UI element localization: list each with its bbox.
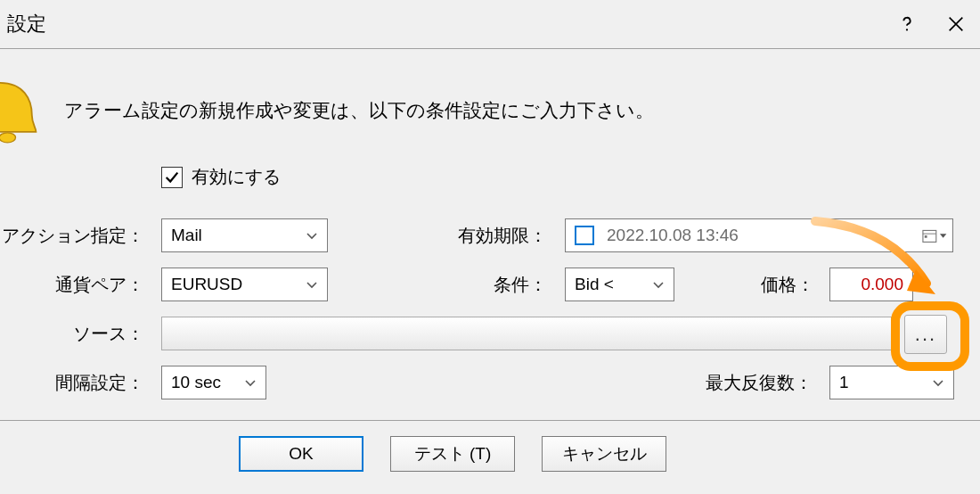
condition-label: 条件：: [356, 273, 554, 297]
action-select[interactable]: Mail: [161, 218, 328, 252]
ellipsis-icon: ...: [915, 323, 936, 346]
calendar-button[interactable]: [922, 223, 947, 248]
cancel-label: キャンセル: [562, 442, 647, 465]
help-button[interactable]: [882, 0, 931, 49]
enable-label: 有効にする: [192, 165, 281, 189]
close-icon: [946, 14, 966, 34]
dropdown-triangle-icon: [939, 231, 947, 240]
chevron-down-icon: [304, 276, 320, 292]
source-label: ソース：: [0, 322, 151, 346]
checkmark-icon: [164, 169, 180, 185]
test-label: テスト (T): [414, 442, 492, 465]
instruction-text: アラーム設定の新規作成や変更は、以下の条件設定にご入力下さい。: [64, 98, 654, 123]
ok-label: OK: [289, 444, 313, 464]
ok-button[interactable]: OK: [239, 436, 363, 472]
test-button[interactable]: テスト (T): [390, 436, 515, 472]
dialog-content: アラーム設定の新規作成や変更は、以下の条件設定にご入力下さい。 有効にする アク…: [0, 49, 980, 494]
interval-select[interactable]: 10 sec: [161, 366, 266, 399]
expiration-checkbox[interactable]: [575, 226, 594, 245]
max-iterations-select[interactable]: 1: [829, 366, 954, 399]
chevron-down-icon: [304, 227, 320, 243]
source-browse-button[interactable]: ...: [904, 315, 947, 354]
action-value: Mail: [171, 226, 202, 245]
price-input[interactable]: 0.000: [829, 268, 913, 301]
action-label: アクション指定：: [0, 224, 151, 248]
expiration-value: 2022.10.08 13:46: [607, 226, 910, 245]
help-icon: [897, 14, 917, 34]
max-iterations-value: 1: [839, 373, 849, 392]
checkbox-box: [161, 167, 183, 188]
interval-label: 間隔設定：: [0, 371, 151, 395]
titlebar: 設定: [0, 0, 980, 49]
close-button[interactable]: [931, 0, 980, 49]
cancel-button[interactable]: キャンセル: [542, 436, 666, 472]
condition-value: Bid <: [575, 275, 614, 294]
expiration-field[interactable]: 2022.10.08 13:46: [565, 218, 953, 252]
interval-value: 10 sec: [171, 373, 221, 392]
bell-icon: [0, 76, 40, 147]
separator: [0, 420, 980, 421]
price-label: 価格：: [686, 273, 821, 297]
button-row: OK テスト (T) キャンセル: [0, 436, 980, 472]
expiration-label: 有効期限：: [356, 224, 554, 248]
pair-select[interactable]: EURUSD: [161, 268, 328, 301]
condition-select[interactable]: Bid <: [565, 268, 674, 301]
window-title: 設定: [7, 11, 882, 37]
chevron-down-icon: [650, 276, 666, 292]
max-iterations-label: 最大反復数：: [624, 371, 820, 395]
svg-point-1: [0, 133, 15, 143]
svg-point-0: [905, 29, 907, 30]
pair-label: 通貨ペア：: [0, 273, 151, 297]
svg-rect-4: [925, 235, 927, 238]
price-value: 0.000: [861, 275, 903, 294]
calendar-icon: [922, 227, 937, 243]
source-input[interactable]: [161, 317, 892, 350]
chevron-down-icon: [930, 375, 946, 391]
pair-value: EURUSD: [171, 275, 242, 294]
chevron-down-icon: [242, 375, 258, 391]
enable-checkbox[interactable]: 有効にする: [161, 165, 281, 189]
